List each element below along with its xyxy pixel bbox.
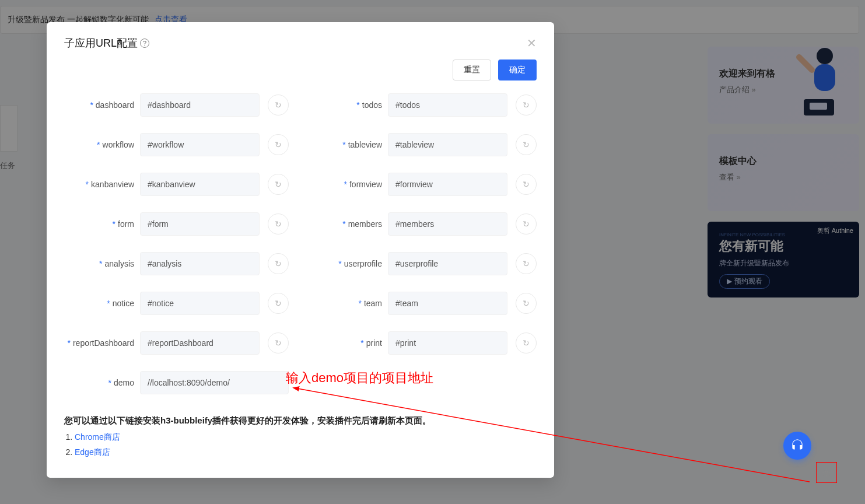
input-todos[interactable]	[388, 93, 507, 117]
input-dashboard[interactable]	[140, 93, 260, 117]
label-kanbanview: kanbanview	[64, 180, 140, 189]
reset-field-icon[interactable]: ↻	[268, 332, 289, 354]
settings-float-button[interactable]	[816, 462, 837, 483]
headset-icon	[790, 438, 805, 453]
field-tableview: tableview ↻	[312, 133, 537, 156]
label-demo: demo	[64, 378, 140, 387]
field-formview: formview ↻	[312, 173, 537, 196]
reset-field-icon[interactable]: ↻	[516, 134, 537, 155]
modal-actions: 重置 确定	[47, 55, 554, 91]
reset-field-icon[interactable]: ↻	[268, 174, 289, 195]
label-analysis: analysis	[64, 259, 140, 268]
field-reportdashboard: reportDashboard ↻	[64, 331, 289, 355]
label-dashboard: dashboard	[64, 100, 140, 110]
label-todos: todos	[312, 100, 388, 110]
label-form: form	[64, 219, 140, 229]
modal-header: 子应用URL配置 ? ✕	[47, 22, 554, 55]
gear-icon	[821, 467, 832, 478]
field-todos: todos ↻	[312, 93, 537, 117]
help-icon[interactable]: ?	[140, 38, 149, 48]
input-analysis[interactable]	[140, 252, 260, 275]
field-print: print ↻	[312, 331, 537, 355]
reset-field-icon[interactable]: ↻	[516, 332, 537, 354]
field-team: team ↻	[312, 292, 537, 315]
field-notice: notice ↻	[64, 292, 289, 315]
reset-field-icon[interactable]: ↻	[516, 253, 537, 274]
reset-field-icon[interactable]: ↻	[268, 214, 289, 235]
field-analysis: analysis ↻	[64, 252, 289, 275]
reset-field-icon[interactable]: ↻	[516, 174, 537, 195]
reset-field-icon[interactable]: ↻	[268, 134, 289, 155]
label-print: print	[312, 338, 388, 348]
footer-note: 您可以通过以下链接安装h3-bubbleify插件获得更好的开发体验，安装插件完…	[47, 400, 554, 430]
input-userprofile[interactable]	[388, 252, 507, 275]
label-tableview: tableview	[312, 140, 388, 149]
input-workflow[interactable]	[140, 133, 260, 156]
label-userprofile: userprofile	[312, 259, 388, 268]
field-dashboard: dashboard ↻	[64, 93, 289, 117]
field-members: members ↻	[312, 212, 537, 236]
input-kanbanview[interactable]	[140, 173, 260, 196]
input-notice[interactable]	[140, 292, 260, 315]
label-members: members	[312, 219, 388, 229]
footer-links: Chrome商店 Edge商店	[47, 430, 554, 478]
list-item: Chrome商店	[75, 432, 537, 443]
field-form: form ↻	[64, 212, 289, 236]
input-team[interactable]	[388, 292, 507, 315]
reset-field-icon[interactable]: ↻	[516, 293, 537, 314]
label-team: team	[312, 299, 388, 308]
input-reportdashboard[interactable]	[140, 331, 260, 355]
reset-field-icon[interactable]: ↻	[268, 293, 289, 314]
help-float-button[interactable]	[783, 432, 811, 460]
reset-field-icon[interactable]: ↻	[268, 94, 289, 116]
input-members[interactable]	[388, 212, 507, 236]
close-icon[interactable]: ✕	[527, 36, 537, 50]
label-reportdashboard: reportDashboard	[64, 338, 140, 348]
reset-button[interactable]: 重置	[453, 60, 491, 80]
form-grid: dashboard ↻ todos ↻ workflow ↻ tableview…	[47, 91, 554, 400]
confirm-button[interactable]: 确定	[498, 60, 537, 80]
label-workflow: workflow	[64, 140, 140, 149]
reset-field-icon[interactable]: ↻	[268, 253, 289, 274]
edge-store-link[interactable]: Edge商店	[75, 447, 110, 457]
label-notice: notice	[64, 299, 140, 308]
url-config-modal: 子应用URL配置 ? ✕ 重置 确定 dashboard ↻ todos ↻ w…	[47, 22, 554, 478]
reset-field-icon[interactable]: ↻	[516, 94, 537, 116]
input-formview[interactable]	[388, 173, 507, 196]
field-demo: demo	[64, 371, 289, 394]
input-form[interactable]	[140, 212, 260, 236]
label-formview: formview	[312, 180, 388, 189]
input-tableview[interactable]	[388, 133, 507, 156]
input-demo[interactable]	[140, 371, 289, 394]
input-print[interactable]	[388, 331, 507, 355]
field-workflow: workflow ↻	[64, 133, 289, 156]
reset-field-icon[interactable]: ↻	[516, 214, 537, 235]
chrome-store-link[interactable]: Chrome商店	[75, 432, 120, 442]
field-userprofile: userprofile ↻	[312, 252, 537, 275]
svg-point-5	[825, 471, 828, 474]
list-item: Edge商店	[75, 447, 537, 458]
field-kanbanview: kanbanview ↻	[64, 173, 289, 196]
modal-title: 子应用URL配置 ?	[64, 36, 149, 50]
